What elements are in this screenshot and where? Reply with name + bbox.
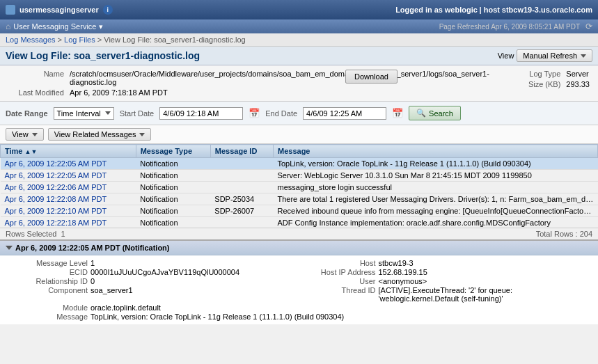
end-date-label: End Date bbox=[265, 109, 297, 118]
cell-message: ADF Config Instance implementation: orac… bbox=[274, 217, 598, 228]
component-label: Component bbox=[11, 286, 88, 303]
detail-row-6: Message TopLink, version: Oracle TopLink… bbox=[11, 312, 587, 321]
cell-message: TopLink, version: Oracle TopLink - 11g R… bbox=[274, 158, 598, 170]
breadcrumb-log-messages[interactable]: Log Messages bbox=[6, 35, 56, 44]
thread-label: Thread ID bbox=[299, 286, 376, 303]
manual-refresh-btn[interactable]: Manual Refresh bbox=[517, 49, 592, 62]
detail-col-component: Component soa_server1 bbox=[11, 286, 299, 303]
cell-time: Apr 6, 2009 12:22:05 AM PDT bbox=[1, 158, 136, 170]
cell-message: Server: WebLogic Server 10.3.1.0 Sun Mar… bbox=[274, 170, 598, 182]
detail-row-5: Module oracle.toplink.default bbox=[11, 303, 587, 312]
cell-message: Received inbound queue info from messagi… bbox=[274, 205, 598, 217]
app-title-area: usermessagingserver i bbox=[6, 5, 113, 15]
login-info: Logged in as weblogic | host stbcw19-3.u… bbox=[395, 6, 592, 14]
file-name-row: Name /scratch/ocmsuser/Oracle/Middleware… bbox=[8, 70, 398, 86]
component-value: soa_server1 bbox=[91, 286, 299, 303]
time-interval-label: Time Interval bbox=[57, 109, 101, 118]
cell-id bbox=[210, 158, 273, 170]
detail-col-rel: Relationship ID 0 bbox=[11, 277, 299, 285]
end-date-cal-icon[interactable]: 📅 bbox=[392, 108, 403, 118]
detail-col-user: User <anonymous> bbox=[299, 277, 588, 285]
server-icon bbox=[6, 5, 15, 15]
host-label-detail: Host bbox=[299, 259, 376, 267]
col-message-type[interactable]: Message Type bbox=[136, 145, 210, 158]
search-button[interactable]: 🔍 Search bbox=[409, 106, 461, 120]
sub-nav-label: User Messaging Service bbox=[13, 22, 96, 31]
cell-id: SDP-26007 bbox=[210, 205, 273, 217]
page-title: View Log File: soa_server1-diagnostic.lo… bbox=[6, 50, 200, 61]
total-rows-label: Total Rows : 204 bbox=[536, 230, 592, 238]
home-icon: ⌂ bbox=[6, 22, 10, 31]
start-date-label: Start Date bbox=[120, 109, 155, 118]
host-value-detail: stbcw19-3 bbox=[379, 259, 588, 267]
end-date-input[interactable] bbox=[303, 107, 386, 120]
detail-col-message: Message TopLink, version: Oracle TopLink… bbox=[11, 312, 587, 321]
detail-row-4: Component soa_server1 Thread ID [ACTIVE]… bbox=[11, 286, 587, 303]
log-type-row: Log Type Server bbox=[505, 70, 590, 78]
col-message-id[interactable]: Message ID bbox=[210, 145, 273, 158]
log-table-scroll[interactable]: Time ▲▼ Message Type Message ID Message … bbox=[0, 144, 598, 228]
msg-level-label: Message Level bbox=[11, 259, 88, 267]
breadcrumb-log-files[interactable]: Log Files bbox=[64, 35, 95, 44]
msg-level-value: 1 bbox=[91, 259, 299, 267]
file-info: Name /scratch/ocmsuser/Oracle/Middleware… bbox=[0, 65, 598, 102]
table-row[interactable]: Apr 6, 2009 12:22:05 AM PDTNotificationS… bbox=[1, 170, 598, 182]
cell-time: Apr 6, 2009 12:22:18 AM PDT bbox=[1, 217, 136, 228]
date-range-label: Date Range bbox=[6, 109, 48, 118]
host-label: host bbox=[484, 6, 500, 14]
detail-col-host: Host stbcw19-3 bbox=[299, 259, 588, 267]
thread-value: [ACTIVE].ExecuteThread: '2' for queue: '… bbox=[379, 286, 588, 303]
cell-id bbox=[210, 170, 273, 182]
logged-in-user: weblogic bbox=[445, 6, 478, 14]
host-ip-value: 152.68.199.15 bbox=[379, 268, 588, 276]
cell-type: Notification bbox=[136, 205, 210, 217]
time-interval-select[interactable]: Time Interval bbox=[54, 107, 114, 120]
module-value: oracle.toplink.default bbox=[91, 303, 299, 312]
table-body: Apr 6, 2009 12:22:05 AM PDTNotificationT… bbox=[1, 158, 598, 228]
rows-selected-label: Rows Selected 1 bbox=[6, 230, 65, 238]
manual-refresh-label: Manual Refresh bbox=[523, 52, 577, 60]
user-value-detail: <anonymous> bbox=[379, 277, 588, 285]
detail-header: Apr 6, 2009 12:22:05 AM PDT (Notificatio… bbox=[0, 241, 598, 255]
col-message[interactable]: Message bbox=[274, 145, 598, 158]
logged-in-label: Logged in as bbox=[395, 6, 443, 14]
message-value-detail: TopLink, version: Oracle TopLink - 11g R… bbox=[91, 312, 587, 321]
detail-row-1: Message Level 1 Host stbcw19-3 bbox=[11, 259, 587, 267]
cell-type: Notification bbox=[136, 170, 210, 182]
col-time[interactable]: Time ▲▼ bbox=[1, 145, 136, 158]
page-title-bar: View Log File: soa_server1-diagnostic.lo… bbox=[0, 47, 598, 65]
detail-content: Message Level 1 Host stbcw19-3 ECID 0000… bbox=[0, 255, 598, 324]
detail-panel: Apr 6, 2009 12:22:05 AM PDT (Notificatio… bbox=[0, 239, 598, 324]
message-label-detail: Message bbox=[11, 312, 88, 321]
cell-type: Notification bbox=[136, 193, 210, 205]
table-row[interactable]: Apr 6, 2009 12:22:05 AM PDTNotificationT… bbox=[1, 158, 598, 170]
size-row: Size (KB) 293.33 bbox=[505, 80, 590, 88]
sub-nav[interactable]: ⌂ User Messaging Service ▾ Page Refreshe… bbox=[0, 19, 598, 33]
view-btn[interactable]: View bbox=[6, 128, 44, 141]
table-row[interactable]: Apr 6, 2009 12:22:08 AM PDTNotificationS… bbox=[1, 193, 598, 205]
cell-time: Apr 6, 2009 12:22:10 AM PDT bbox=[1, 205, 136, 217]
refresh-icon[interactable]: ⟳ bbox=[585, 22, 592, 31]
cell-id bbox=[210, 217, 273, 228]
name-label: Name bbox=[8, 70, 64, 78]
table-row[interactable]: Apr 6, 2009 12:22:10 AM PDTNotificationS… bbox=[1, 205, 598, 217]
detail-row-2: ECID 0000I1uJUuUCgoAJvaYBV119qQlU000004 … bbox=[11, 268, 587, 276]
cell-type: Notification bbox=[136, 158, 210, 170]
table-header-row: Time ▲▼ Message Type Message ID Message bbox=[1, 145, 598, 158]
file-modified-row: Last Modified Apr 6, 2009 7:18:18 AM PDT bbox=[8, 88, 398, 97]
start-date-cal-icon[interactable]: 📅 bbox=[249, 108, 260, 118]
download-button[interactable]: Download bbox=[345, 70, 398, 84]
log-table: Time ▲▼ Message Type Message ID Message … bbox=[0, 144, 598, 228]
name-value: /scratch/ocmsuser/Oracle/Middleware/user… bbox=[70, 70, 334, 86]
info-icon[interactable]: i bbox=[103, 5, 113, 15]
view-related-btn[interactable]: View Related Messages bbox=[48, 128, 152, 141]
table-row[interactable]: Apr 6, 2009 12:22:06 AM PDTNotificationm… bbox=[1, 182, 598, 193]
ecid-value: 0000I1uJUuUCgoAJvaYBV119qQlU000004 bbox=[91, 268, 299, 276]
ecid-label: ECID bbox=[11, 268, 88, 276]
collapse-icon[interactable] bbox=[6, 246, 13, 250]
table-row[interactable]: Apr 6, 2009 12:22:18 AM PDTNotificationA… bbox=[1, 217, 598, 228]
start-date-input[interactable] bbox=[159, 107, 243, 120]
log-table-container: Time ▲▼ Message Type Message ID Message … bbox=[0, 144, 598, 228]
detail-col-host-ip: Host IP Address 152.68.199.15 bbox=[299, 268, 588, 276]
view-control: View Manual Refresh bbox=[498, 49, 592, 62]
